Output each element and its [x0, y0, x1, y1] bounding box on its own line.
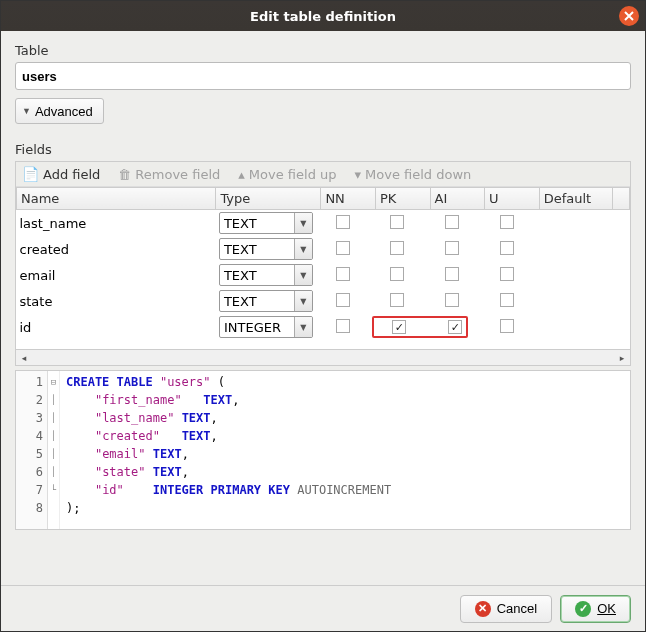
type-value: INTEGER — [220, 320, 294, 335]
ai-checkbox[interactable] — [448, 320, 462, 334]
table-name-input[interactable] — [15, 62, 631, 90]
cell-type: INTEGER▼ — [216, 314, 321, 340]
col-header-type[interactable]: Type — [216, 188, 321, 210]
chevron-down-icon[interactable]: ▼ — [294, 265, 312, 285]
col-header-nn[interactable]: NN — [321, 188, 376, 210]
scroll-right-icon[interactable]: ▸ — [614, 350, 630, 366]
cell-ai — [430, 236, 485, 262]
move-up-label: Move field up — [249, 167, 337, 182]
nn-checkbox[interactable] — [336, 241, 350, 255]
fold-gutter: ⊟│││││└ — [48, 371, 60, 529]
table-row[interactable]: stateTEXT▼ — [17, 288, 630, 314]
cell-default[interactable] — [539, 236, 612, 262]
arrow-down-icon: ▾ — [355, 167, 362, 182]
remove-field-label: Remove field — [135, 167, 220, 182]
sql-editor[interactable]: 12345678 ⊟│││││└ CREATE TABLE "users" ( … — [15, 370, 631, 530]
col-header-u[interactable]: U — [485, 188, 540, 210]
cell-type: TEXT▼ — [216, 236, 321, 262]
table-row[interactable]: last_nameTEXT▼ — [17, 210, 630, 237]
cell-name[interactable]: id — [17, 314, 216, 340]
chevron-down-icon: ▼ — [22, 106, 31, 116]
ai-checkbox[interactable] — [445, 293, 459, 307]
type-select[interactable]: TEXT▼ — [219, 212, 313, 234]
cancel-button[interactable]: ✕ Cancel — [460, 595, 552, 623]
row-scroll-spacer — [613, 236, 630, 262]
chevron-down-icon[interactable]: ▼ — [294, 291, 312, 311]
ok-icon: ✓ — [575, 601, 591, 617]
table-row[interactable]: idINTEGER▼ — [17, 314, 630, 340]
cell-u — [485, 288, 540, 314]
line-gutter: 12345678 — [16, 371, 48, 529]
fields-panel: 📄 Add field 🗑 Remove field ▴ Move field … — [15, 161, 631, 366]
cell-pk — [375, 210, 430, 237]
type-select[interactable]: TEXT▼ — [219, 264, 313, 286]
nn-checkbox[interactable] — [336, 215, 350, 229]
ok-button[interactable]: ✓ OK — [560, 595, 631, 623]
fields-toolbar: 📄 Add field 🗑 Remove field ▴ Move field … — [16, 162, 630, 187]
cell-name[interactable]: created — [17, 236, 216, 262]
col-header-default[interactable]: Default — [539, 188, 612, 210]
sql-code[interactable]: CREATE TABLE "users" ( "first_name" TEXT… — [60, 371, 397, 529]
pk-checkbox[interactable] — [390, 293, 404, 307]
ok-label: OK — [597, 601, 616, 616]
type-select[interactable]: TEXT▼ — [219, 290, 313, 312]
hscroll[interactable]: ◂ ▸ — [16, 349, 630, 365]
ai-checkbox[interactable] — [445, 241, 459, 255]
cell-type: TEXT▼ — [216, 262, 321, 288]
cell-type: TEXT▼ — [216, 210, 321, 237]
cancel-label: Cancel — [497, 601, 537, 616]
nn-checkbox[interactable] — [336, 267, 350, 281]
col-header-pk[interactable]: PK — [375, 188, 430, 210]
vscroll-gutter — [613, 188, 630, 210]
cell-default[interactable] — [539, 210, 612, 237]
cell-name[interactable]: state — [17, 288, 216, 314]
type-select[interactable]: INTEGER▼ — [219, 316, 313, 338]
row-scroll-spacer — [613, 210, 630, 237]
cell-default[interactable] — [539, 314, 612, 340]
u-checkbox[interactable] — [500, 267, 514, 281]
cell-pk — [375, 236, 430, 262]
chevron-down-icon[interactable]: ▼ — [294, 213, 312, 233]
cell-u — [485, 210, 540, 237]
close-button[interactable] — [619, 6, 639, 26]
ai-checkbox[interactable] — [445, 215, 459, 229]
move-down-label: Move field down — [365, 167, 471, 182]
table-row[interactable]: createdTEXT▼ — [17, 236, 630, 262]
cell-name[interactable]: email — [17, 262, 216, 288]
add-field-button[interactable]: 📄 Add field — [22, 166, 100, 182]
cell-name[interactable]: last_name — [17, 210, 216, 237]
table-row[interactable]: emailTEXT▼ — [17, 262, 630, 288]
u-checkbox[interactable] — [500, 241, 514, 255]
cell-pk — [375, 288, 430, 314]
pk-checkbox[interactable] — [390, 267, 404, 281]
type-value: TEXT — [220, 268, 294, 283]
cell-type: TEXT▼ — [216, 288, 321, 314]
cell-nn — [321, 210, 376, 237]
nn-checkbox[interactable] — [336, 319, 350, 333]
fields-label: Fields — [15, 142, 631, 157]
pk-checkbox[interactable] — [390, 241, 404, 255]
chevron-down-icon[interactable]: ▼ — [294, 317, 312, 337]
cell-default[interactable] — [539, 288, 612, 314]
col-header-ai[interactable]: AI — [430, 188, 485, 210]
window-title: Edit table definition — [250, 9, 396, 24]
advanced-button[interactable]: ▼ Advanced — [15, 98, 104, 124]
cell-ai — [430, 288, 485, 314]
scroll-left-icon[interactable]: ◂ — [16, 350, 32, 366]
chevron-down-icon[interactable]: ▼ — [294, 239, 312, 259]
nn-checkbox[interactable] — [336, 293, 350, 307]
add-field-label: Add field — [43, 167, 100, 182]
col-header-name[interactable]: Name — [17, 188, 216, 210]
pk-checkbox[interactable] — [390, 215, 404, 229]
type-select[interactable]: TEXT▼ — [219, 238, 313, 260]
cell-nn — [321, 288, 376, 314]
u-checkbox[interactable] — [500, 215, 514, 229]
dialog-footer: ✕ Cancel ✓ OK — [1, 585, 645, 631]
u-checkbox[interactable] — [500, 319, 514, 333]
ai-checkbox[interactable] — [445, 267, 459, 281]
type-value: TEXT — [220, 216, 294, 231]
u-checkbox[interactable] — [500, 293, 514, 307]
pk-checkbox[interactable] — [392, 320, 406, 334]
cell-default[interactable] — [539, 262, 612, 288]
move-down-button: ▾ Move field down — [355, 167, 472, 182]
